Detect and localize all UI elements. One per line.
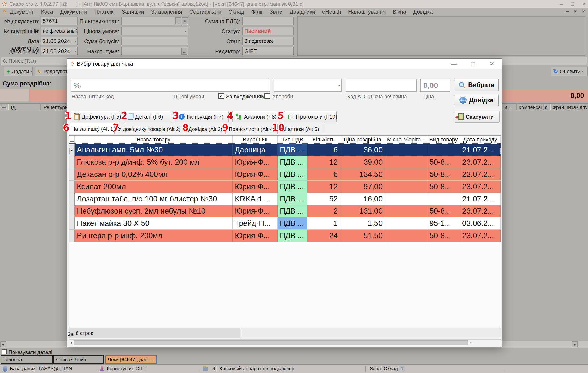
table-row[interactable]: ▸ Анальгин амп. 5мл №30 Дарница ПДВ ... … [69, 144, 501, 156]
scroll-right-button[interactable]: ▸ [572, 341, 578, 347]
table-row[interactable]: Небуфлюзон сусп. 2мл небулы №10 Юрия-Ф..… [69, 205, 501, 217]
table-row[interactable]: Глюкоза р-р д/инф. 5% бут. 200 мл Юрия-Ф… [69, 156, 501, 168]
help-button[interactable]: Довідка [455, 94, 499, 106]
column-header-compensation[interactable]: Компенсація [519, 105, 547, 110]
search-placeholder: Поиск (Tab) [8, 58, 36, 64]
bonus-sum-field[interactable] [121, 37, 188, 45]
bottom-tab-checks[interactable]: Чеки [64647], дані ... [105, 355, 157, 364]
mdi-restore-button[interactable]: ⊡ [574, 9, 577, 14]
accum-sum-field[interactable] [121, 47, 188, 55]
select-button[interactable]: Вибрати [455, 79, 499, 91]
tab-in-stock[interactable]: На залишку (Alt 1) [68, 123, 115, 134]
menu-item[interactable]: Замовлення [148, 9, 186, 15]
column-header-storage[interactable]: Місце зберіга... [385, 136, 427, 143]
table-row[interactable]: Рингера р-р инф. 200мл Юрия-Ф... ПДВ ...… [69, 230, 501, 242]
menu-item[interactable]: Документи [57, 9, 91, 15]
annotation-mark-8: 8 [182, 123, 189, 132]
product-search-input[interactable]: % [71, 79, 270, 92]
app-logo-icon [70, 62, 74, 66]
menu-item[interactable]: eHealth [319, 9, 345, 15]
mdi-minimize-button[interactable]: – [566, 9, 569, 14]
column-header-name[interactable]: Назва товару [75, 136, 233, 143]
table-row[interactable]: Лозартан табл. п/о 100 мг блистер №30 KR… [69, 193, 501, 205]
analogs-button[interactable]: Аналоги (F8) [232, 111, 280, 122]
product-table: Назва товару Виробник Тип ПДВ Кількість … [69, 135, 501, 328]
column-header-manufacturer[interactable]: Виробник [233, 136, 278, 143]
bottom-tab-home[interactable]: Головна [1, 355, 53, 364]
menu-item[interactable]: Філії [248, 9, 266, 15]
diseases-checkbox[interactable] [264, 93, 270, 99]
cancel-button[interactable]: Скасувати [455, 111, 500, 123]
column-header-arrival-date[interactable]: Дата приходу [460, 136, 501, 143]
cell-manufacturer: Трейд-П... [233, 217, 278, 229]
cell-price: 1,50 [340, 217, 385, 229]
column-header-franchise[interactable]: Франшиза [552, 105, 576, 110]
dialog-maximize-button[interactable]: □ [467, 60, 479, 68]
show-details-checkbox[interactable] [2, 349, 7, 354]
cell-price: 131,00 [340, 205, 385, 217]
cell-kind [427, 144, 460, 156]
dialog-minimize-button[interactable]: — [448, 60, 460, 68]
window-minimize-button[interactable]: – [560, 1, 563, 7]
menu-item[interactable]: Довідники [286, 9, 319, 15]
column-header-kind[interactable]: Вид товару [427, 136, 460, 143]
price-input[interactable]: 0,00 [420, 79, 450, 92]
cell-price: 39,00 [340, 156, 385, 168]
chevron-down-icon[interactable]: ▾ [338, 84, 340, 88]
menu-item[interactable]: Налаштування [345, 9, 389, 15]
refresh-button[interactable]: ↻ Оновити ▾ [551, 67, 588, 76]
dialog-close-button[interactable]: × [486, 60, 498, 68]
column-header-fragment[interactable]: и... [504, 105, 511, 110]
menu-item[interactable]: Склад [225, 9, 248, 15]
atc-code-input[interactable] [346, 79, 417, 92]
chevron-down-icon[interactable]: ▾ [185, 29, 186, 33]
sum-vat-field[interactable] [242, 17, 294, 25]
defect-button[interactable]: Дефектура (F5) [71, 111, 120, 122]
tab-price-lists[interactable]: Прайс-листи (Alt 4) [225, 124, 278, 134]
menu-item[interactable]: Каса [38, 9, 57, 15]
table-row[interactable]: Декасан р-р 0,02% 400мл Юрия-Ф... ПДВ ..… [69, 168, 501, 181]
menu-item[interactable]: Платежі [91, 9, 118, 15]
menu-item[interactable]: Вікна [389, 9, 410, 15]
menu-item[interactable]: Сертифікати [186, 9, 225, 15]
column-header-vat[interactable]: Тип ПДВ [278, 136, 307, 143]
column-header-price[interactable]: Ціна роздрібна [340, 136, 385, 143]
price-condition-select[interactable]: ▾ [121, 27, 188, 35]
scroll-right-button[interactable]: › [470, 340, 471, 345]
beneficiary-clear-button[interactable]: X [182, 17, 188, 24]
tab-product-directory[interactable]: У довіднику товарів (Alt 2) [115, 124, 185, 134]
window-maximize-button[interactable]: □ [571, 1, 574, 7]
protocols-button[interactable]: Протоколи (F10) [284, 111, 337, 122]
cell-name: Глюкоза р-р д/инф. 5% бут. 200 мл [75, 156, 233, 168]
menu-item[interactable]: Документ [6, 9, 38, 15]
beneficiary-browse-button[interactable]: ... [175, 17, 181, 24]
column-header-dispense[interactable]: Відпу... [575, 105, 588, 110]
scroll-left-button[interactable]: ‹ [69, 340, 72, 345]
mdi-close-button[interactable]: x [583, 9, 585, 14]
cell-quantity: 12 [307, 181, 340, 193]
menu-item[interactable]: Довідка [410, 9, 436, 15]
menu-item[interactable]: Звіти [266, 9, 286, 15]
table-row[interactable]: Ксилат 200мл Юрия-Ф... ПДВ ... 12 97,00 … [69, 181, 501, 193]
tab-reference[interactable]: Довідка (Alt 3) [185, 124, 225, 134]
cell-manufacturer: Дарница [233, 144, 278, 156]
editor-label: Редактор: [188, 48, 240, 55]
scrollbar-thumb[interactable] [74, 340, 468, 345]
product-search-label: Назва, штрих-код [72, 94, 114, 100]
table-row[interactable]: Пакет майка 30 Х 50 Трейд-П... ПДВ ... 1… [69, 217, 501, 230]
bottom-tab-list[interactable]: Список: Чеки [53, 355, 104, 364]
cell-kind [427, 193, 460, 205]
accum-browse-button[interactable]: ... [181, 48, 187, 55]
window-close-button[interactable]: × [582, 1, 585, 7]
column-header-quantity[interactable]: Кількість [307, 136, 340, 143]
scroll-left-button[interactable]: ◂ [0, 341, 6, 347]
menu-item[interactable]: Залишки [118, 9, 148, 15]
instruction-button[interactable]: i Інструкція (F7) [175, 111, 229, 122]
add-button[interactable]: + Додати ▾ [4, 67, 33, 76]
entry-match-checkbox[interactable]: ✓ [218, 93, 224, 99]
column-header-id[interactable]: ІД [11, 105, 16, 110]
price-terms-select[interactable]: ▾ [274, 79, 342, 92]
dialog-horizontal-scrollbar[interactable]: ‹ › [69, 339, 501, 346]
details-button[interactable]: Деталі (F6) [124, 111, 171, 122]
cell-vat: ПДВ ... [278, 168, 307, 180]
